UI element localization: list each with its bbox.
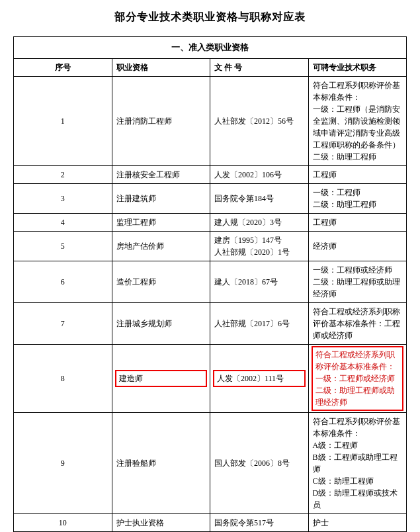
- cell-doc: 国务院令第184号: [210, 183, 309, 213]
- page-title: 部分专业技术类职业资格与职称对应表: [13, 11, 407, 24]
- cell-qual: 房地产估价师: [112, 231, 210, 261]
- table-row: 8建造师人发〔2002〕111号符合工程或经济系列职称评价基本标准条件： 一级：…: [14, 344, 407, 412]
- cell-qual: 注册消防工程师: [112, 76, 210, 165]
- column-header-row: 序号 职业资格 文 件 号 可聘专业技术职务: [14, 58, 407, 76]
- cell-service: 工程师: [308, 213, 407, 231]
- table-row: 4监理工程师建人规〔2020〕3号工程师: [14, 213, 407, 231]
- table-row: 2注册核安全工程师人发〔2002〕106号工程师: [14, 165, 407, 183]
- col-service-header: 可聘专业技术职务: [308, 58, 407, 76]
- cell-service: 工程师: [308, 165, 407, 183]
- cell-service: 护士: [308, 513, 407, 531]
- table-row: 9注册验船师国人部发〔2006〕8号符合工程系列职称评价基本标准条件： A级：工…: [14, 412, 407, 513]
- cell-seq: 5: [14, 231, 112, 261]
- cell-service: 符合工程系列职称评价基本标准条件： A级：工程师 B级：工程师或助理工程师 C级…: [308, 412, 407, 513]
- table-row: 6造价工程师建人〔2018〕67号一级：工程师或经济师 二级：助理工程师或助理经…: [14, 261, 407, 302]
- main-table: 一、准入类职业资格 序号 职业资格 文 件 号 可聘专业技术职务 1注册消防工程…: [13, 36, 407, 532]
- cell-service: 符合工程或经济系列职称评价基本标准条件： 一级：工程师或经济师 二级：助理工程师…: [308, 344, 407, 412]
- table-row: 5房地产估价师建房〔1995〕147号 人社部规〔2020〕1号经济师: [14, 231, 407, 261]
- cell-seq: 7: [14, 302, 112, 344]
- cell-seq: 9: [14, 412, 112, 513]
- cell-service: 符合工程或经济系列职称评价基本标准条件：工程师或经济师: [308, 302, 407, 344]
- table-row: 1注册消防工程师人社部发〔2012〕56号符合工程系列职称评价基本标准条件： 一…: [14, 76, 407, 165]
- cell-qual: 注册建筑师: [112, 183, 210, 213]
- cell-seq: 8: [14, 344, 112, 412]
- cell-service: 一级：工程师或经济师 二级：助理工程师或助理经济师: [308, 261, 407, 302]
- table-row: 10护士执业资格国务院令第517号护士: [14, 513, 407, 531]
- table-row: 7注册城乡规划师人社部规〔2017〕6号符合工程或经济系列职称评价基本标准条件：…: [14, 302, 407, 344]
- table-row: 3注册建筑师国务院令第184号一级：工程师 二级：助理工程师: [14, 183, 407, 213]
- cell-qual: 造价工程师: [112, 261, 210, 302]
- cell-qual: 建造师: [112, 344, 210, 412]
- cell-service: 一级：工程师 二级：助理工程师: [308, 183, 407, 213]
- cell-qual: 注册核安全工程师: [112, 165, 210, 183]
- cell-seq: 1: [14, 76, 112, 165]
- cell-seq: 6: [14, 261, 112, 302]
- cell-seq: 3: [14, 183, 112, 213]
- cell-doc: 人发〔2002〕106号: [210, 165, 309, 183]
- col-qual-header: 职业资格: [112, 58, 210, 76]
- cell-qual: 监理工程师: [112, 213, 210, 231]
- cell-doc: 国务院令第517号: [210, 513, 309, 531]
- cell-seq: 10: [14, 513, 112, 531]
- cell-doc: 建人〔2018〕67号: [210, 261, 309, 302]
- section-header-row: 一、准入类职业资格: [14, 37, 407, 59]
- cell-qual: 注册城乡规划师: [112, 302, 210, 344]
- cell-doc: 人社部发〔2012〕56号: [210, 76, 309, 165]
- cell-service: 经济师: [308, 231, 407, 261]
- col-seq-header: 序号: [14, 58, 112, 76]
- cell-qual: 注册验船师: [112, 412, 210, 513]
- cell-doc: 人社部规〔2017〕6号: [210, 302, 309, 344]
- cell-service: 符合工程系列职称评价基本标准条件： 一级：工程师（是消防安全监测、消防设施检测领…: [308, 76, 407, 165]
- cell-doc: 建人规〔2020〕3号: [210, 213, 309, 231]
- cell-seq: 4: [14, 213, 112, 231]
- section-header: 一、准入类职业资格: [14, 37, 407, 59]
- cell-doc: 建房〔1995〕147号 人社部规〔2020〕1号: [210, 231, 309, 261]
- col-doc-header: 文 件 号: [210, 58, 309, 76]
- cell-doc: 人发〔2002〕111号: [210, 344, 309, 412]
- cell-qual: 护士执业资格: [112, 513, 210, 531]
- cell-seq: 2: [14, 165, 112, 183]
- cell-doc: 国人部发〔2006〕8号: [210, 412, 309, 513]
